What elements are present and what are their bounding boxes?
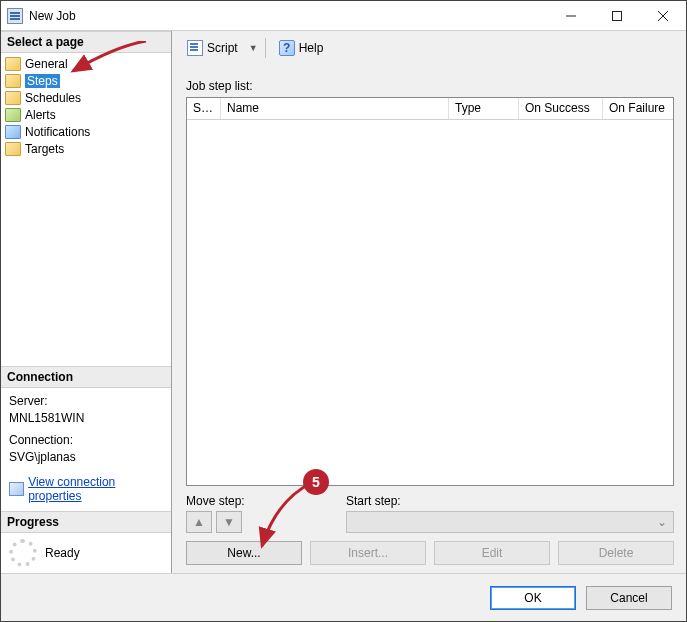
job-step-list-label: Job step list: (186, 79, 674, 93)
script-button[interactable]: Script (182, 37, 243, 59)
chevron-down-icon: ⌄ (657, 515, 667, 529)
connection-label: Connection: (9, 433, 163, 447)
sidebar-item-label: Schedules (25, 91, 81, 105)
script-label: Script (207, 41, 238, 55)
sidebar-item-label: General (25, 57, 68, 71)
page-icon (5, 125, 21, 139)
col-type[interactable]: Type (449, 98, 519, 119)
insert-button-label: Insert... (348, 546, 388, 560)
sidebar-item-notifications[interactable]: Notifications (1, 123, 171, 140)
start-step-label: Start step: (346, 494, 674, 508)
connection-properties-link[interactable]: View connection properties (28, 475, 163, 503)
move-down-button[interactable]: ▼ (216, 511, 242, 533)
arrow-up-icon: ▲ (193, 515, 205, 529)
start-step-combo[interactable]: ⌄ (346, 511, 674, 533)
move-step-label: Move step: (186, 494, 336, 508)
cancel-label: Cancel (610, 591, 647, 605)
script-dropdown[interactable]: ▼ (247, 43, 257, 53)
ok-label: OK (524, 591, 541, 605)
toolbar: Script ▼ Help (172, 31, 686, 65)
view-connection-properties[interactable]: View connection properties (1, 471, 171, 511)
col-on-failure[interactable]: On Failure (603, 98, 673, 119)
select-page-header: Select a page (1, 31, 171, 53)
col-status[interactable]: St... (187, 98, 221, 119)
col-on-success[interactable]: On Success (519, 98, 603, 119)
grid-body (187, 120, 673, 485)
server-value: MNL1581WIN (9, 411, 163, 425)
close-button[interactable] (640, 1, 686, 31)
sidebar-item-label: Steps (25, 74, 60, 88)
progress-header: Progress (1, 511, 171, 533)
window-title: New Job (29, 9, 76, 23)
help-label: Help (299, 41, 324, 55)
move-up-button[interactable]: ▲ (186, 511, 212, 533)
ok-button[interactable]: OK (490, 586, 576, 610)
cancel-button[interactable]: Cancel (586, 586, 672, 610)
page-list: General Steps Schedules Alerts Notificat… (1, 53, 171, 159)
col-name[interactable]: Name (221, 98, 449, 119)
grid-header: St... Name Type On Success On Failure (187, 98, 673, 120)
edit-button: Edit (434, 541, 550, 565)
sidebar-item-schedules[interactable]: Schedules (1, 89, 171, 106)
progress-status: Ready (45, 546, 80, 560)
arrow-down-icon: ▼ (223, 515, 235, 529)
sidebar-item-label: Targets (25, 142, 64, 156)
delete-button-label: Delete (599, 546, 634, 560)
script-icon (187, 40, 203, 56)
help-icon (279, 40, 295, 56)
maximize-button[interactable] (594, 1, 640, 31)
progress-spinner-icon (9, 539, 37, 567)
titlebar: New Job (1, 1, 686, 31)
page-icon (5, 57, 21, 71)
page-icon (5, 142, 21, 156)
insert-button: Insert... (310, 541, 426, 565)
delete-button: Delete (558, 541, 674, 565)
connection-value: SVG\jplanas (9, 450, 163, 464)
connection-properties-icon (9, 482, 24, 496)
app-icon (7, 8, 23, 24)
new-button-label: New... (227, 546, 260, 560)
sidebar-item-alerts[interactable]: Alerts (1, 106, 171, 123)
edit-button-label: Edit (482, 546, 503, 560)
sidebar-item-label: Alerts (25, 108, 56, 122)
progress-block: Ready (1, 533, 171, 573)
toolbar-separator (265, 38, 266, 58)
connection-block: Server: MNL1581WIN Connection: SVG\jplan… (1, 388, 171, 471)
page-icon (5, 74, 21, 88)
page-icon (5, 91, 21, 105)
sidebar-item-general[interactable]: General (1, 55, 171, 72)
content: Script ▼ Help Job step list: St... Name … (172, 31, 686, 573)
minimize-button[interactable] (548, 1, 594, 31)
new-button[interactable]: New... (186, 541, 302, 565)
help-button[interactable]: Help (274, 37, 329, 59)
connection-header: Connection (1, 366, 171, 388)
sidebar-item-steps[interactable]: Steps (1, 72, 171, 89)
page-icon (5, 108, 21, 122)
dialog-footer: OK Cancel (1, 573, 686, 621)
sidebar: Select a page General Steps Schedules Al… (1, 31, 172, 573)
server-label: Server: (9, 394, 163, 408)
sidebar-item-label: Notifications (25, 125, 90, 139)
job-step-grid[interactable]: St... Name Type On Success On Failure (186, 97, 674, 486)
svg-rect-0 (613, 11, 622, 20)
sidebar-item-targets[interactable]: Targets (1, 140, 171, 157)
